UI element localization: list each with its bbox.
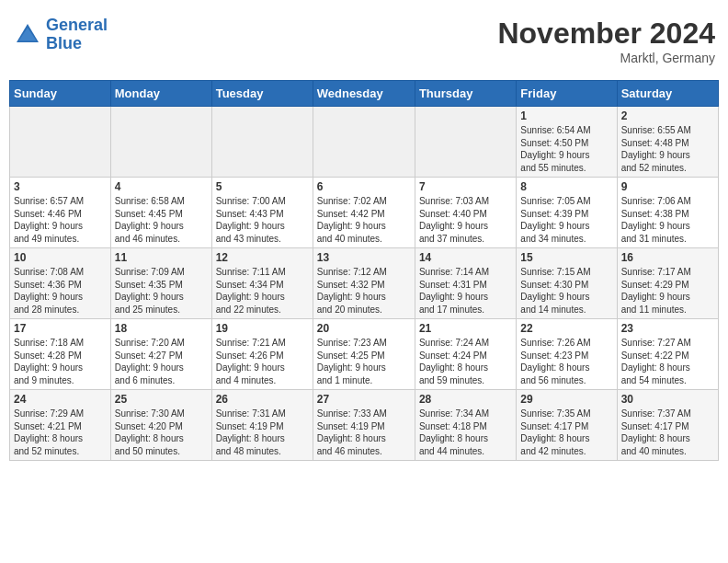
day-info: Sunrise: 6:57 AM Sunset: 4:46 PM Dayligh… [14, 195, 107, 245]
calendar-cell: 13Sunrise: 7:12 AM Sunset: 4:32 PM Dayli… [313, 248, 415, 319]
calendar-cell: 21Sunrise: 7:24 AM Sunset: 4:24 PM Dayli… [415, 319, 516, 390]
calendar-cell: 19Sunrise: 7:21 AM Sunset: 4:26 PM Dayli… [211, 319, 313, 390]
header-cell-sunday: Sunday [10, 81, 111, 107]
day-number: 26 [216, 393, 309, 406]
calendar-cell: 6Sunrise: 7:02 AM Sunset: 4:42 PM Daylig… [313, 178, 415, 248]
logo-text: General Blue [46, 17, 108, 53]
calendar-cell: 23Sunrise: 7:27 AM Sunset: 4:22 PM Dayli… [617, 319, 718, 390]
day-info: Sunrise: 7:30 AM Sunset: 4:20 PM Dayligh… [115, 408, 208, 457]
day-info: Sunrise: 7:20 AM Sunset: 4:27 PM Dayligh… [115, 337, 208, 386]
header-cell-tuesday: Tuesday [211, 81, 313, 107]
calendar-cell: 5Sunrise: 7:00 AM Sunset: 4:43 PM Daylig… [211, 178, 313, 248]
day-number: 27 [317, 393, 411, 406]
day-info: Sunrise: 7:35 AM Sunset: 4:17 PM Dayligh… [520, 408, 612, 457]
day-number: 7 [419, 180, 512, 193]
day-number: 5 [216, 180, 309, 193]
header-cell-thursday: Thursday [415, 81, 516, 107]
calendar-cell: 9Sunrise: 7:06 AM Sunset: 4:38 PM Daylig… [617, 178, 718, 248]
day-info: Sunrise: 7:12 AM Sunset: 4:32 PM Dayligh… [317, 266, 411, 316]
calendar-cell: 29Sunrise: 7:35 AM Sunset: 4:17 PM Dayli… [517, 390, 617, 461]
week-row-1: 3Sunrise: 6:57 AM Sunset: 4:46 PM Daylig… [10, 178, 719, 248]
day-info: Sunrise: 7:02 AM Sunset: 4:42 PM Dayligh… [317, 195, 411, 245]
day-info: Sunrise: 7:09 AM Sunset: 4:35 PM Dayligh… [115, 266, 208, 316]
day-info: Sunrise: 7:37 AM Sunset: 4:17 PM Dayligh… [621, 408, 714, 457]
day-info: Sunrise: 7:15 AM Sunset: 4:30 PM Dayligh… [520, 266, 612, 316]
calendar-cell: 2Sunrise: 6:55 AM Sunset: 4:48 PM Daylig… [617, 107, 718, 178]
day-number: 17 [14, 322, 107, 335]
day-info: Sunrise: 7:17 AM Sunset: 4:29 PM Dayligh… [621, 266, 714, 316]
header-cell-friday: Friday [517, 81, 617, 107]
day-number: 4 [115, 180, 208, 193]
calendar-body: 1Sunrise: 6:54 AM Sunset: 4:50 PM Daylig… [10, 107, 719, 461]
calendar-cell: 4Sunrise: 6:58 AM Sunset: 4:45 PM Daylig… [110, 178, 211, 248]
day-info: Sunrise: 7:24 AM Sunset: 4:24 PM Dayligh… [419, 337, 512, 386]
day-number: 9 [621, 180, 714, 193]
day-info: Sunrise: 7:14 AM Sunset: 4:31 PM Dayligh… [419, 266, 512, 316]
calendar-cell [10, 107, 111, 178]
calendar-cell: 14Sunrise: 7:14 AM Sunset: 4:31 PM Dayli… [415, 248, 516, 319]
calendar-cell: 18Sunrise: 7:20 AM Sunset: 4:27 PM Dayli… [110, 319, 211, 390]
calendar-cell [415, 107, 516, 178]
calendar-cell: 27Sunrise: 7:33 AM Sunset: 4:19 PM Dayli… [313, 390, 415, 461]
calendar-cell [211, 107, 313, 178]
day-number: 1 [520, 109, 612, 122]
title-area: November 2024 Marktl, Germany [497, 17, 715, 65]
day-info: Sunrise: 7:34 AM Sunset: 4:18 PM Dayligh… [419, 408, 512, 457]
day-info: Sunrise: 7:18 AM Sunset: 4:28 PM Dayligh… [14, 337, 107, 386]
day-number: 25 [115, 393, 208, 406]
day-number: 23 [621, 322, 714, 335]
week-row-0: 1Sunrise: 6:54 AM Sunset: 4:50 PM Daylig… [10, 107, 719, 178]
day-number: 8 [520, 180, 612, 193]
day-number: 3 [14, 180, 107, 193]
day-number: 14 [419, 251, 512, 264]
page-header: General Blue November 2024 Marktl, Germa… [9, 9, 719, 73]
logo-line2: Blue [46, 34, 82, 52]
calendar-cell: 10Sunrise: 7:08 AM Sunset: 4:36 PM Dayli… [10, 248, 111, 319]
day-number: 2 [621, 109, 714, 122]
week-row-3: 17Sunrise: 7:18 AM Sunset: 4:28 PM Dayli… [10, 319, 719, 390]
day-info: Sunrise: 6:54 AM Sunset: 4:50 PM Dayligh… [520, 124, 612, 174]
day-number: 19 [216, 322, 309, 335]
day-info: Sunrise: 6:58 AM Sunset: 4:45 PM Dayligh… [115, 195, 208, 245]
calendar-cell [313, 107, 415, 178]
day-info: Sunrise: 7:33 AM Sunset: 4:19 PM Dayligh… [317, 408, 411, 457]
month-title: November 2024 [497, 17, 715, 51]
day-info: Sunrise: 7:21 AM Sunset: 4:26 PM Dayligh… [216, 337, 309, 386]
header-cell-saturday: Saturday [617, 81, 718, 107]
day-number: 20 [317, 322, 411, 335]
day-number: 24 [14, 393, 107, 406]
day-info: Sunrise: 7:31 AM Sunset: 4:19 PM Dayligh… [216, 408, 309, 457]
day-info: Sunrise: 7:00 AM Sunset: 4:43 PM Dayligh… [216, 195, 309, 245]
location: Marktl, Germany [497, 51, 715, 65]
day-number: 29 [520, 393, 612, 406]
day-number: 16 [621, 251, 714, 264]
calendar-cell: 12Sunrise: 7:11 AM Sunset: 4:34 PM Dayli… [211, 248, 313, 319]
header-cell-monday: Monday [110, 81, 211, 107]
day-info: Sunrise: 7:05 AM Sunset: 4:39 PM Dayligh… [520, 195, 612, 245]
day-number: 30 [621, 393, 714, 406]
calendar-cell: 1Sunrise: 6:54 AM Sunset: 4:50 PM Daylig… [517, 107, 617, 178]
calendar-cell [110, 107, 211, 178]
calendar-cell: 17Sunrise: 7:18 AM Sunset: 4:28 PM Dayli… [10, 319, 111, 390]
day-number: 22 [520, 322, 612, 335]
day-info: Sunrise: 7:08 AM Sunset: 4:36 PM Dayligh… [14, 266, 107, 316]
calendar-cell: 30Sunrise: 7:37 AM Sunset: 4:17 PM Dayli… [617, 390, 718, 461]
header-row: SundayMondayTuesdayWednesdayThursdayFrid… [10, 81, 719, 107]
day-info: Sunrise: 7:29 AM Sunset: 4:21 PM Dayligh… [14, 408, 107, 457]
day-info: Sunrise: 7:23 AM Sunset: 4:25 PM Dayligh… [317, 337, 411, 386]
day-number: 13 [317, 251, 411, 264]
calendar-cell: 15Sunrise: 7:15 AM Sunset: 4:30 PM Dayli… [517, 248, 617, 319]
day-number: 28 [419, 393, 512, 406]
logo-line1: General [46, 16, 108, 34]
logo: General Blue [13, 17, 108, 53]
day-info: Sunrise: 6:55 AM Sunset: 4:48 PM Dayligh… [621, 124, 714, 174]
week-row-2: 10Sunrise: 7:08 AM Sunset: 4:36 PM Dayli… [10, 248, 719, 319]
day-number: 11 [115, 251, 208, 264]
calendar-cell: 24Sunrise: 7:29 AM Sunset: 4:21 PM Dayli… [10, 390, 111, 461]
calendar-header: SundayMondayTuesdayWednesdayThursdayFrid… [10, 81, 719, 107]
calendar-cell: 20Sunrise: 7:23 AM Sunset: 4:25 PM Dayli… [313, 319, 415, 390]
calendar-cell: 22Sunrise: 7:26 AM Sunset: 4:23 PM Dayli… [517, 319, 617, 390]
day-info: Sunrise: 7:27 AM Sunset: 4:22 PM Dayligh… [621, 337, 714, 386]
logo-icon [13, 20, 42, 50]
day-number: 18 [115, 322, 208, 335]
